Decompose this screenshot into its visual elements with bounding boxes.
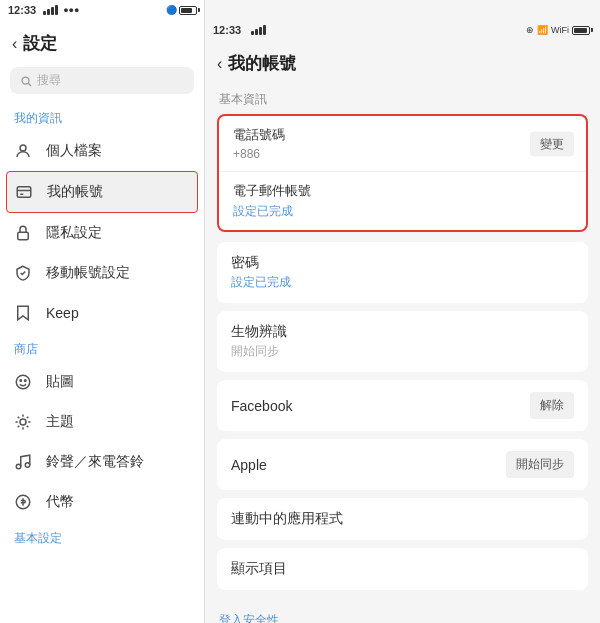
- right-back-arrow[interactable]: ‹: [217, 55, 222, 73]
- nav-label-theme: 主題: [46, 413, 74, 431]
- right-content: 基本資訊 電話號碼 +886 變更 電子郵件帳號 設定已完成 密碼 設定已完成 …: [205, 83, 600, 623]
- svg-line-18: [27, 417, 29, 419]
- card-icon: [13, 181, 35, 203]
- svg-point-8: [20, 380, 22, 382]
- nav-label-sticker: 貼圖: [46, 373, 74, 391]
- nav-label-keep: Keep: [46, 305, 79, 321]
- nav-item-profile[interactable]: 個人檔案: [0, 131, 204, 171]
- time-left: 12:33: [8, 4, 36, 16]
- svg-point-19: [16, 464, 21, 469]
- status-bar-right: 12:33 ⊕ 📶 WiFi: [205, 20, 600, 40]
- svg-point-7: [16, 375, 30, 389]
- search-bar[interactable]: 搜尋: [10, 67, 194, 94]
- biometric-sub: 開始同步: [231, 343, 574, 360]
- shield-icon: [12, 262, 34, 284]
- status-bar-left: 12:33 ●●● 🔵: [0, 0, 205, 20]
- nav-item-coin[interactable]: 代幣: [0, 482, 204, 522]
- nav-label-mobile: 移動帳號設定: [46, 264, 130, 282]
- left-panel-title: 設定: [23, 32, 57, 55]
- time-right: 12:33: [213, 24, 241, 36]
- svg-point-0: [22, 77, 29, 84]
- right-panel: 12:33 ⊕ 📶 WiFi ‹ 我的帳號 基本資訊: [205, 0, 600, 623]
- carrier-left: ●●●: [63, 5, 79, 15]
- nav-label-account: 我的帳號: [47, 183, 103, 201]
- biometric-label: 生物辨識: [231, 323, 574, 341]
- battery-left: [179, 6, 197, 15]
- svg-point-2: [20, 145, 26, 151]
- nav-item-mobile[interactable]: 移動帳號設定: [0, 253, 204, 293]
- password-row: 密碼 設定已完成: [217, 242, 588, 303]
- email-value: 設定已完成: [233, 203, 572, 220]
- password-sub: 設定已完成: [231, 274, 574, 291]
- facebook-action-button[interactable]: 解除: [530, 392, 574, 419]
- nav-label-coin: 代幣: [46, 493, 74, 511]
- left-back-arrow[interactable]: ‹: [12, 35, 17, 53]
- svg-line-17: [18, 426, 20, 428]
- nav-label-privacy: 隱私設定: [46, 224, 102, 242]
- facebook-label: Facebook: [231, 398, 530, 414]
- phone-label: 電話號碼: [233, 126, 572, 144]
- person-icon: [12, 140, 34, 162]
- emoji-icon: [12, 371, 34, 393]
- section-store: 商店: [0, 333, 204, 362]
- lock-icon: [12, 222, 34, 244]
- apple-action-button[interactable]: 開始同步: [506, 451, 574, 478]
- biometric-row: 生物辨識 開始同步: [217, 311, 588, 372]
- svg-point-10: [20, 419, 26, 425]
- svg-line-15: [18, 417, 20, 419]
- apple-row: Apple 開始同步: [217, 439, 588, 490]
- phone-value: +886: [233, 147, 572, 161]
- theme-icon: [12, 411, 34, 433]
- svg-rect-3: [17, 187, 31, 198]
- nav-label-ringtone: 鈴聲／來電答鈴: [46, 453, 144, 471]
- nav-item-account[interactable]: 我的帳號: [6, 171, 198, 213]
- nav-label-profile: 個人檔案: [46, 142, 102, 160]
- apple-label: Apple: [231, 457, 506, 473]
- search-icon: [20, 75, 32, 87]
- phone-row: 電話號碼 +886 變更: [219, 116, 586, 172]
- email-row: 電子郵件帳號 設定已完成: [219, 172, 586, 230]
- search-placeholder: 搜尋: [37, 72, 61, 89]
- right-panel-title: 我的帳號: [228, 52, 296, 75]
- music-icon: [12, 451, 34, 473]
- display-items-row[interactable]: 顯示項目: [217, 548, 588, 590]
- nav-item-keep[interactable]: Keep: [0, 293, 204, 333]
- right-header: ‹ 我的帳號: [205, 42, 600, 83]
- change-phone-button[interactable]: 變更: [530, 131, 574, 156]
- battery-right: [572, 26, 590, 35]
- email-label: 電子郵件帳號: [233, 182, 572, 200]
- signal-right: [251, 25, 266, 35]
- svg-line-16: [27, 426, 29, 428]
- svg-point-20: [25, 463, 30, 468]
- section-basic-info-label: 基本資訊: [217, 83, 588, 114]
- bookmark-icon: [12, 302, 34, 324]
- section-my-info: 我的資訊: [0, 102, 204, 131]
- display-items-label: 顯示項目: [231, 560, 574, 578]
- section-login-security: 登入安全性: [217, 604, 588, 623]
- connected-apps-row[interactable]: 連動中的應用程式: [217, 498, 588, 540]
- left-panel: 12:33 ●●● 🔵 ‹ 設定 搜尋 我的資訊: [0, 0, 205, 623]
- info-card: 電話號碼 +886 變更 電子郵件帳號 設定已完成: [217, 114, 588, 232]
- svg-point-9: [25, 380, 27, 382]
- nav-item-sticker[interactable]: 貼圖: [0, 362, 204, 402]
- facebook-row: Facebook 解除: [217, 380, 588, 431]
- password-label: 密碼: [231, 254, 574, 272]
- left-header: ‹ 設定: [0, 22, 204, 63]
- coin-icon: [12, 491, 34, 513]
- svg-line-1: [28, 83, 31, 86]
- signal-left: [43, 5, 58, 15]
- svg-rect-6: [18, 232, 29, 240]
- connected-apps-label: 連動中的應用程式: [231, 510, 574, 528]
- nav-item-ringtone[interactable]: 鈴聲／來電答鈴: [0, 442, 204, 482]
- section-basic: 基本設定: [0, 522, 204, 551]
- nav-item-privacy[interactable]: 隱私設定: [0, 213, 204, 253]
- nav-item-theme[interactable]: 主題: [0, 402, 204, 442]
